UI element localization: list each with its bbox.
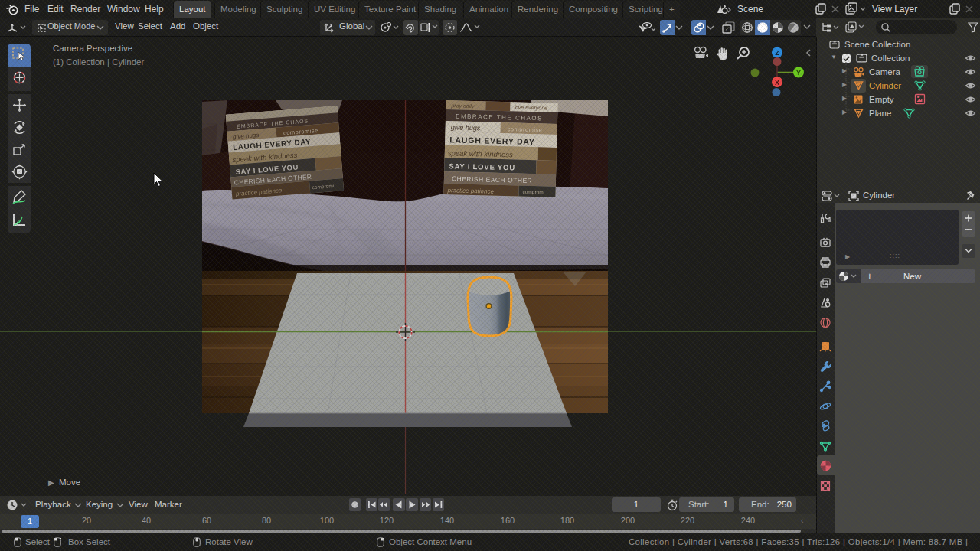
svg-text:Z: Z	[775, 49, 779, 57]
svg-text:X: X	[775, 79, 779, 86]
svg-text:Y: Y	[796, 69, 801, 77]
